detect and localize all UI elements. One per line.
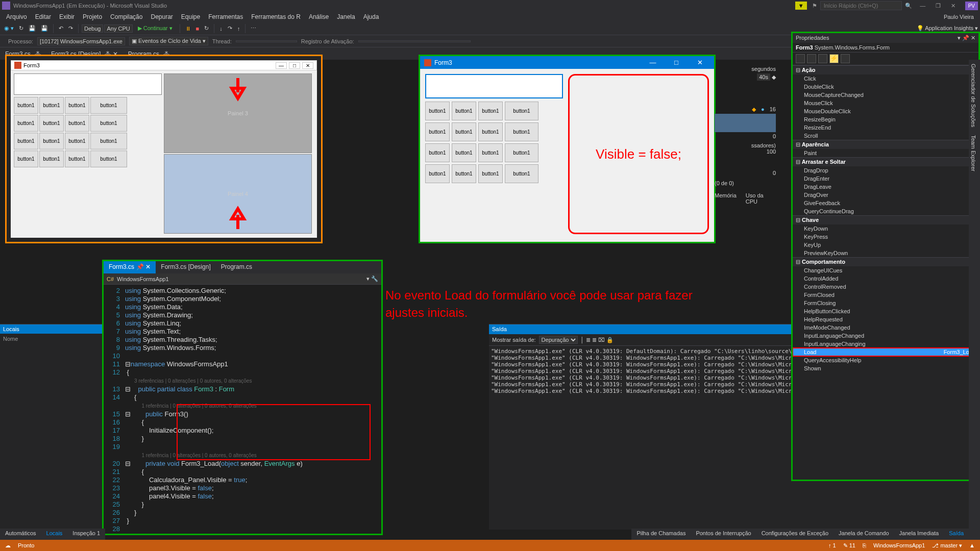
menu-ferramentas[interactable]: Ferramentas: [204, 12, 247, 22]
designer-button[interactable]: button1: [39, 151, 64, 167]
event-dragover[interactable]: DragOver: [793, 191, 978, 199]
designer-button[interactable]: button1: [90, 97, 127, 114]
undo-icon[interactable]: ↶: [57, 24, 65, 33]
designer-panel3[interactable]: Painel 3: [164, 73, 312, 153]
event-scroll[interactable]: Scroll: [793, 132, 978, 140]
event-click[interactable]: Click: [793, 74, 978, 83]
runtime-button[interactable]: button1: [478, 122, 503, 141]
event-resizebegin[interactable]: ResizeBegin: [793, 115, 978, 123]
runtime-button[interactable]: button1: [452, 143, 476, 162]
props-pages-icon[interactable]: [841, 54, 850, 63]
properties-list[interactable]: AçãoClickDoubleClickMouseCaptureChangedM…: [793, 65, 978, 480]
menu-projeto[interactable]: Projeto: [79, 12, 106, 22]
menu-arquivo[interactable]: Arquivo: [2, 12, 31, 22]
runtime-button[interactable]: button1: [452, 102, 476, 120]
runtime-button[interactable]: button1: [505, 143, 538, 162]
properties-object[interactable]: Form3 System.Windows.Forms.Form: [793, 43, 978, 53]
tab-locais[interactable]: Locais: [41, 529, 68, 540]
code-editor[interactable]: 2using System.Collections.Generic; 3usin…: [104, 285, 381, 534]
designer-textbox[interactable]: [14, 73, 162, 95]
event-previewkeydown[interactable]: PreviewKeyDown: [793, 249, 978, 257]
designer-button[interactable]: button1: [65, 151, 89, 167]
runtime-max-button[interactable]: □: [666, 59, 687, 66]
tab-imediata[interactable]: Janela Imediata: [894, 529, 944, 540]
minimize-button[interactable]: —: [915, 3, 930, 9]
member-dropdown[interactable]: ▾ 🔧: [366, 276, 378, 282]
lifecycle-dropdown[interactable]: ▣ Eventos de Ciclo de Vida ▾: [129, 37, 208, 45]
status-source-control-icon[interactable]: ⎘: [863, 542, 866, 548]
output-source-dropdown[interactable]: Depuração: [539, 336, 578, 344]
maximize-button[interactable]: ❐: [930, 3, 946, 9]
designer-button[interactable]: button1: [14, 133, 38, 149]
designer-button[interactable]: button1: [39, 133, 64, 149]
search-icon[interactable]: 🔍: [905, 3, 912, 9]
tab-comando[interactable]: Janela de Comando: [834, 529, 894, 540]
menu-ajuda[interactable]: Ajuda: [359, 12, 383, 22]
runtime-button[interactable]: button1: [478, 102, 503, 120]
continue-button[interactable]: ▶ Continuar ▾: [134, 24, 177, 33]
menu-depurar[interactable]: Depurar: [146, 12, 177, 22]
code-tab-form3-design[interactable]: Form3.cs [Design]: [156, 261, 215, 273]
event-paint[interactable]: Paint: [793, 149, 978, 157]
designer-button[interactable]: button1: [39, 97, 64, 114]
tab-inspecao1[interactable]: Inspeção 1: [67, 529, 105, 540]
event-givefeedback[interactable]: GiveFeedback: [793, 199, 978, 207]
step-over-icon[interactable]: ↷: [226, 24, 234, 33]
tab-pontos[interactable]: Pontos de Interrupção: [691, 529, 756, 540]
runtime-button[interactable]: button1: [452, 122, 476, 141]
runtime-button[interactable]: button1: [505, 164, 538, 183]
save-all-icon[interactable]: 💾: [39, 24, 50, 33]
designer-button[interactable]: button1: [14, 151, 38, 167]
tab-pilha[interactable]: Pilha de Chamadas: [631, 529, 691, 540]
event-formclosed[interactable]: FormClosed: [793, 291, 978, 299]
event-keyup[interactable]: KeyUp: [793, 241, 978, 249]
event-controlremoved[interactable]: ControlRemoved: [793, 283, 978, 291]
event-queryaccessibilityhelp[interactable]: QueryAccessibilityHelp: [793, 356, 978, 364]
save-icon[interactable]: 💾: [27, 24, 38, 33]
event-helprequested[interactable]: HelpRequested: [793, 315, 978, 323]
restart-icon[interactable]: ↻: [202, 24, 211, 33]
locals-panel[interactable]: Locais Nome: [0, 324, 102, 529]
status-cloud-icon[interactable]: ☁: [5, 542, 11, 549]
tab-solution-explorer[interactable]: Gerenciador de Soluções: [969, 60, 978, 131]
event-mouseclick[interactable]: MouseClick: [793, 99, 978, 107]
quick-launch-input[interactable]: [820, 1, 902, 10]
runtime-button[interactable]: button1: [478, 164, 503, 183]
runtime-button[interactable]: button1: [425, 164, 450, 183]
runtime-button[interactable]: button1: [505, 122, 538, 141]
event-formclosing[interactable]: FormClosing: [793, 299, 978, 307]
event-keydown[interactable]: KeyDown: [793, 224, 978, 233]
code-tab-program-cs[interactable]: Program.cs: [216, 261, 257, 273]
runtime-button[interactable]: button1: [425, 122, 450, 141]
props-alpha-icon[interactable]: [807, 54, 816, 63]
runtime-min-button[interactable]: —: [643, 59, 663, 66]
nav-forward-icon[interactable]: ↻: [17, 24, 26, 33]
notification-filter-icon[interactable]: ▼: [795, 2, 807, 10]
event-dragenter[interactable]: DragEnter: [793, 174, 978, 183]
event-dragdrop[interactable]: DragDrop: [793, 166, 978, 174]
event-controladded[interactable]: ControlAdded: [793, 274, 978, 283]
designer-button[interactable]: button1: [65, 97, 89, 114]
event-keypress[interactable]: KeyPress: [793, 233, 978, 241]
event-mousedoubleclick[interactable]: MouseDoubleClick: [793, 107, 978, 115]
runtime-button[interactable]: button1: [425, 143, 450, 162]
stop-icon[interactable]: ■: [194, 24, 202, 33]
menu-analise[interactable]: Análise: [305, 12, 333, 22]
menu-equipe[interactable]: Equipe: [177, 12, 204, 22]
event-inputlanguagechanged[interactable]: InputLanguageChanged: [793, 332, 978, 340]
menu-editar[interactable]: Editar: [31, 12, 55, 22]
event-changeuicues[interactable]: ChangeUICues: [793, 266, 978, 274]
tab-team-explorer[interactable]: Team Explorer: [969, 131, 978, 176]
menu-compilacao[interactable]: Compilação: [106, 12, 146, 22]
event-querycontinuedrag[interactable]: QueryContinueDrag: [793, 207, 978, 215]
stackframe-dropdown[interactable]: [358, 40, 471, 42]
event-doubleclick[interactable]: DoubleClick: [793, 83, 978, 91]
step-out-icon[interactable]: ↑: [235, 24, 242, 33]
event-shown[interactable]: Shown: [793, 364, 978, 372]
event-helpbuttonclicked[interactable]: HelpButtonClicked: [793, 307, 978, 315]
props-properties-icon[interactable]: [818, 54, 827, 63]
event-mousecapturechanged[interactable]: MouseCaptureChanged: [793, 91, 978, 99]
runtime-button[interactable]: button1: [505, 102, 538, 120]
redo-icon[interactable]: ↷: [66, 24, 75, 33]
menu-janela[interactable]: Janela: [333, 12, 359, 22]
